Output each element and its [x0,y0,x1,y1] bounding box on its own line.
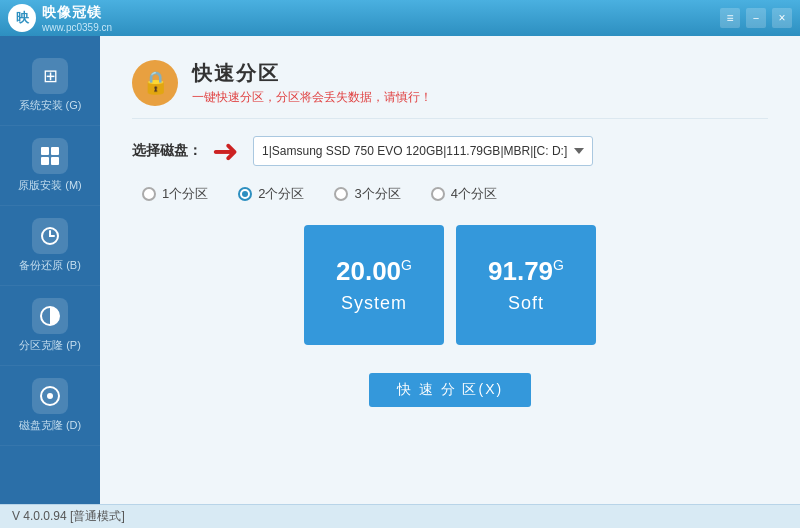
tile-size-system: 20.00G [336,256,412,287]
partition-radio-row: 1个分区 2个分区 3个分区 4个分区 [132,185,768,203]
partition-clone-icon [32,298,68,334]
radio-1-partition[interactable]: 1个分区 [142,185,208,203]
partition-tile-soft[interactable]: 91.79G Soft [456,225,596,345]
sidebar-label-system-install: 系统安装 (G) [19,98,82,113]
logo-text: 映像冠镁 [42,4,112,22]
backup-restore-icon [32,218,68,254]
system-install-icon: ⊞ [32,58,68,94]
radio-label-4: 4个分区 [451,185,497,203]
status-text: V 4.0.0.94 [普通模式] [12,508,125,525]
logo-icon: 映 [8,4,36,32]
logo: 映 映像冠镁 www.pc0359.cn [8,4,112,33]
sidebar-label-original-install: 原版安装 (M) [18,178,82,193]
radio-label-2: 2个分区 [258,185,304,203]
radio-circle-1 [142,187,156,201]
main-layout: ⊞ 系统安装 (G) 原版安装 (M) 备份还原 (B) [0,36,800,504]
radio-4-partition[interactable]: 4个分区 [431,185,497,203]
sidebar: ⊞ 系统安装 (G) 原版安装 (M) 备份还原 (B) [0,36,100,504]
svg-point-7 [47,393,53,399]
bottom-action: 快 速 分 区(X) [132,373,768,407]
logo-info: 映像冠镁 www.pc0359.cn [42,4,112,33]
quick-partition-button[interactable]: 快 速 分 区(X) [369,373,531,407]
tile-unit-soft: G [553,257,564,273]
sidebar-label-disk-clone: 磁盘克隆 (D) [19,418,81,433]
tile-unit-system: G [401,257,412,273]
radio-circle-2 [238,187,252,201]
radio-label-3: 3个分区 [354,185,400,203]
radio-circle-4 [431,187,445,201]
svg-rect-3 [51,157,59,165]
header-texts: 快速分区 一键快速分区，分区将会丢失数据，请慎行！ [192,60,432,106]
sidebar-item-system-install[interactable]: ⊞ 系统安装 (G) [0,46,100,126]
menu-button[interactable]: ≡ [720,8,740,28]
radio-label-1: 1个分区 [162,185,208,203]
tile-name-soft: Soft [508,293,544,314]
sidebar-item-partition-clone[interactable]: 分区克隆 (P) [0,286,100,366]
disk-select-row: 选择磁盘： ➜ 1|Samsung SSD 750 EVO 120GB|111.… [132,135,768,167]
close-button[interactable]: × [772,8,792,28]
title-bar: 映 映像冠镁 www.pc0359.cn ≡ － × [0,0,800,36]
svg-rect-2 [41,157,49,165]
red-arrow-icon: ➜ [212,135,239,167]
tile-size-soft: 91.79G [488,256,564,287]
page-title: 快速分区 [192,60,432,87]
page-header: 🔒 快速分区 一键快速分区，分区将会丢失数据，请慎行！ [132,60,768,119]
content-area: 🔒 快速分区 一键快速分区，分区将会丢失数据，请慎行！ 选择磁盘： ➜ 1|Sa… [100,36,800,504]
sidebar-item-backup-restore[interactable]: 备份还原 (B) [0,206,100,286]
sidebar-label-partition-clone: 分区克隆 (P) [19,338,81,353]
sidebar-item-original-install[interactable]: 原版安装 (M) [0,126,100,206]
radio-2-partition[interactable]: 2个分区 [238,185,304,203]
original-install-icon [32,138,68,174]
minimize-button[interactable]: － [746,8,766,28]
svg-rect-0 [41,147,49,155]
tile-name-system: System [341,293,407,314]
radio-3-partition[interactable]: 3个分区 [334,185,400,203]
disk-select-label: 选择磁盘： [132,142,202,160]
sidebar-item-disk-clone[interactable]: 磁盘克隆 (D) [0,366,100,446]
logo-sub: www.pc0359.cn [42,22,112,33]
partition-tile-system[interactable]: 20.00G System [304,225,444,345]
window-controls: ≡ － × [720,8,792,28]
disk-clone-icon [32,378,68,414]
page-subtitle: 一键快速分区，分区将会丢失数据，请慎行！ [192,89,432,106]
sidebar-label-backup-restore: 备份还原 (B) [19,258,81,273]
page-header-icon: 🔒 [132,60,178,106]
radio-dot-2 [242,191,248,197]
partition-tiles: 20.00G System 91.79G Soft [132,225,768,345]
status-bar: V 4.0.0.94 [普通模式] [0,504,800,528]
svg-rect-1 [51,147,59,155]
radio-circle-3 [334,187,348,201]
disk-dropdown[interactable]: 1|Samsung SSD 750 EVO 120GB|111.79GB|MBR… [253,136,593,166]
